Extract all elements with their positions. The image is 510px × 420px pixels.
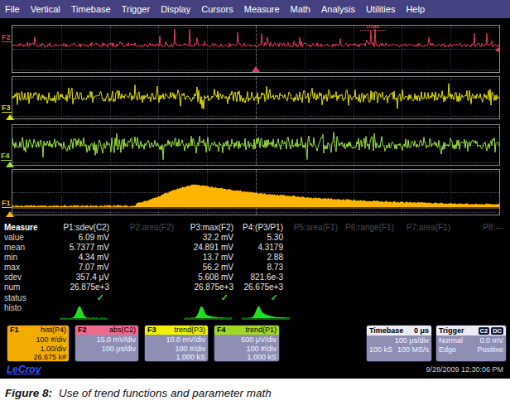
menu-utilities[interactable]: Utilities xyxy=(366,4,395,14)
menu-file[interactable]: File xyxy=(5,4,20,14)
param-header-p4[interactable]: P4:(P3/P1) xyxy=(240,222,290,233)
measure-value-p8-sdev xyxy=(457,273,510,282)
histicon-p3 xyxy=(180,303,240,324)
histicon-p5-empty xyxy=(290,303,344,324)
datetime-display: 9/28/2009 12:30:06 PM xyxy=(426,365,503,374)
measure-value-p7-mean xyxy=(401,243,457,253)
measure-value-p7-max xyxy=(401,263,457,273)
timebase-descriptor-box[interactable]: Timebase 0 μs 100 μs/div 100 kS 100 MS/s xyxy=(366,325,432,362)
measure-row-label-sdev: sdev xyxy=(0,273,50,282)
status-p1: ✓ xyxy=(50,292,116,303)
descriptor-box-f2[interactable]: F2abs(C2)15.0 mV/div100 μs/div xyxy=(75,325,139,362)
measure-value-p7-num xyxy=(401,282,457,292)
descriptor-line: 10.0 mV/div xyxy=(147,336,205,345)
measure-value-p2-mean xyxy=(116,243,180,253)
timebase-samplerate: 100 MS/s xyxy=(397,345,429,355)
trigger-type: Edge xyxy=(439,345,456,355)
menu-vertical[interactable]: Vertical xyxy=(31,4,60,14)
menu-help[interactable]: Help xyxy=(406,4,425,14)
timebase-title: Timebase xyxy=(369,326,403,336)
param-header-p7[interactable]: P7:area(F1) xyxy=(401,222,457,233)
measure-value-p5-num xyxy=(290,282,344,292)
trace-label-f4[interactable]: F4 xyxy=(1,152,12,161)
param-header-p6[interactable]: P6:range(F1) xyxy=(344,222,401,233)
measure-value-p2-min xyxy=(116,253,180,263)
measure-value-p4-value: 5.30 xyxy=(240,233,290,243)
status-check-icon: ✓ xyxy=(97,292,109,302)
trigger-time-marker-icon[interactable] xyxy=(252,66,260,72)
menu-analysis[interactable]: Analysis xyxy=(321,4,355,14)
trigger-slope: Positive xyxy=(477,345,503,355)
trigger-level-marker-icon[interactable] xyxy=(495,46,500,53)
menu-trigger[interactable]: Trigger xyxy=(122,4,150,14)
param-header-p2[interactable]: P2:area(F2) xyxy=(116,222,180,233)
measure-value-p6-max xyxy=(344,263,401,273)
measure-table: MeasureP1:sdev(C2)P2:area(F2)P3:max(F2)P… xyxy=(0,222,510,324)
measure-value-p5-value xyxy=(290,233,344,243)
menu-display[interactable]: Display xyxy=(161,4,190,14)
param-header-p5[interactable]: P5:area(F1) xyxy=(290,222,344,233)
descriptor-line: 100 #/div xyxy=(147,345,205,354)
trace-label-f2[interactable]: F2 xyxy=(2,33,12,42)
measure-value-p5-min xyxy=(290,253,344,263)
trigger-title: Trigger xyxy=(439,326,464,336)
measure-value-p8-value xyxy=(457,233,510,243)
descriptor-box-f1[interactable]: F1hist(P4)100 #/div1.00/div26.675 k# xyxy=(7,325,70,362)
trace-f4-waveform xyxy=(12,125,499,165)
menu-bar: FileVerticalTimebaseTriggerDisplayCursor… xyxy=(0,0,510,18)
descriptor-box-f3[interactable]: F3trend(P3)10.0 mV/div100 #/div1.000 kS xyxy=(144,325,209,362)
f4-zero-marker-icon xyxy=(6,162,14,167)
param-header-p1[interactable]: P1:sdev(C2) xyxy=(50,222,116,233)
measure-value-p3-max: 56.2 mV xyxy=(180,263,240,273)
status-p2 xyxy=(116,292,180,303)
measure-value-p1-mean: 5.7377 mV xyxy=(50,243,116,253)
measure-value-p8-min xyxy=(457,253,510,263)
measure-value-p1-num: 26.875e+3 xyxy=(50,282,116,292)
menu-timebase[interactable]: Timebase xyxy=(71,4,111,14)
descriptor-id: F4 xyxy=(217,326,226,335)
measure-value-p8-max xyxy=(457,263,510,273)
param-header-p8[interactable]: P8:--- xyxy=(457,222,510,233)
measure-value-p4-min: 2.88 xyxy=(240,253,290,263)
descriptor-function: trend(P1) xyxy=(245,326,277,335)
f1-zero-marker-icon xyxy=(6,211,14,217)
descriptor-line: 100 μs/div xyxy=(78,345,136,354)
trace-label-f1[interactable]: F1 xyxy=(2,199,12,208)
figure-caption: Figure 8:Use of trend functions and para… xyxy=(5,387,272,399)
status-p4: ✓ xyxy=(240,292,290,303)
descriptor-line: 1.000 kS xyxy=(147,353,205,362)
measure-row-label-mean: mean xyxy=(0,243,50,253)
trace-f3-waveform xyxy=(12,77,499,118)
measure-value-p7-min xyxy=(401,253,457,263)
trigger-descriptor-box[interactable]: Trigger C2DC Normal 0.0 mV Edge Positive xyxy=(435,325,507,362)
measure-value-p3-value: 32.2 mV xyxy=(180,233,240,243)
trace-label-f3[interactable]: F3 xyxy=(2,104,12,113)
menu-cursors[interactable]: Cursors xyxy=(201,4,233,14)
descriptor-line: 1.00/div xyxy=(10,345,66,354)
menu-measure[interactable]: Measure xyxy=(244,4,280,14)
measure-value-p3-num: 26.875e+3 xyxy=(180,282,240,292)
parameter-gate-label: max xyxy=(360,22,386,31)
histicon-p6-empty xyxy=(344,303,401,324)
trigger-badge-c2: C2 xyxy=(479,327,490,335)
status-p8 xyxy=(457,292,510,303)
measure-value-p7-sdev xyxy=(401,273,457,282)
measure-value-p4-sdev: 821.6e-3 xyxy=(240,273,290,282)
measure-row-label-value: value xyxy=(0,233,50,243)
measure-value-p5-max xyxy=(290,263,344,273)
timebase-offset: 0 μs xyxy=(414,326,429,336)
descriptor-function: trend(P3) xyxy=(174,326,205,335)
status-check-icon: ✓ xyxy=(221,292,233,302)
measure-value-p3-mean: 24.891 mV xyxy=(180,243,240,253)
descriptor-box-f4[interactable]: F4trend(P1)500 μV/div100 #/div1.000 kS xyxy=(214,325,280,362)
descriptor-id: F3 xyxy=(147,326,156,335)
param-header-p3[interactable]: P3:max(F2) xyxy=(180,222,240,233)
measure-value-p8-num xyxy=(457,282,510,292)
measure-value-p4-num: 26.675e+3 xyxy=(240,282,290,292)
measure-value-p1-max: 7.07 mV xyxy=(50,263,116,273)
measure-value-p8-mean xyxy=(457,243,510,253)
measure-row-label-histo: histo xyxy=(0,303,50,324)
trigger-level: 0.0 mV xyxy=(479,336,503,345)
menu-math[interactable]: Math xyxy=(291,4,310,14)
waveform-grid-f4 xyxy=(12,124,500,166)
